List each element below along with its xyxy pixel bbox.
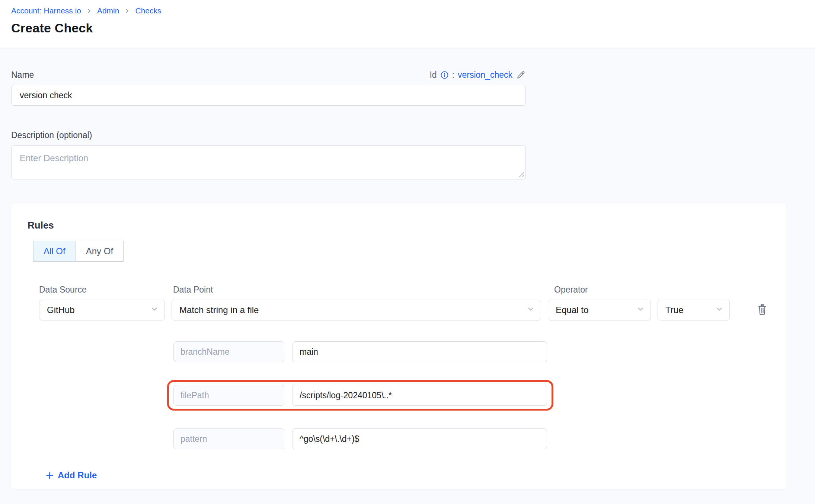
id-label: Id: [429, 70, 437, 80]
name-label: Name: [11, 70, 34, 80]
rules-title: Rules: [28, 220, 770, 231]
param-input-pattern[interactable]: [292, 428, 547, 449]
data-source-value: GitHub: [47, 305, 75, 315]
pencil-icon[interactable]: [516, 70, 526, 80]
rule-row: GitHub Match string in a file Equal to T…: [39, 300, 770, 320]
chevron-down-icon: [527, 305, 535, 315]
param-row-pattern: pattern: [173, 428, 770, 449]
param-key-pattern: pattern: [173, 428, 284, 449]
operator-value: Equal to: [556, 305, 588, 315]
description-field-wrap: [11, 145, 526, 179]
rule-column-labels: Data Source Data Point Operator: [39, 285, 770, 295]
toggle-any-of[interactable]: Any Of: [76, 241, 123, 261]
breadcrumb: Account: Harness.io Admin Checks: [11, 6, 804, 15]
data-source-label: Data Source: [39, 285, 166, 295]
description-textarea[interactable]: [11, 145, 526, 179]
info-icon[interactable]: [440, 71, 449, 79]
param-key-filepath: filePath: [173, 385, 284, 406]
operator-select[interactable]: Equal to: [548, 300, 651, 320]
id-value-link[interactable]: version_check: [458, 70, 512, 80]
data-point-value: Match string in a file: [179, 305, 259, 315]
chevron-right-icon: [124, 8, 130, 14]
data-source-select[interactable]: GitHub: [39, 300, 165, 320]
filepath-highlight-box: filePath: [167, 380, 553, 411]
data-point-label: Data Point: [173, 285, 547, 295]
rules-card: Rules All Of Any Of Data Source Data Poi…: [11, 203, 786, 489]
chevron-down-icon: [715, 305, 723, 315]
breadcrumb-link-checks[interactable]: Checks: [135, 6, 161, 15]
page-title: Create Check: [11, 21, 804, 35]
param-row-branchname: branchName: [173, 341, 770, 362]
breadcrumb-link-account[interactable]: Account: Harness.io: [11, 6, 81, 15]
operator-label: Operator: [554, 285, 658, 295]
param-key-branchname: branchName: [173, 341, 284, 362]
description-label: Description (optional): [11, 130, 526, 140]
param-input-branchname[interactable]: [292, 341, 547, 362]
id-separator: :: [452, 70, 454, 80]
add-rule-label: Add Rule: [58, 470, 97, 481]
breadcrumb-link-admin[interactable]: Admin: [97, 6, 119, 15]
operator-value-selected: True: [665, 305, 683, 315]
id-line: Id : version_check: [429, 70, 526, 80]
chevron-down-icon: [150, 305, 159, 315]
trash-icon: [756, 303, 768, 318]
operator-value-select[interactable]: True: [658, 300, 730, 320]
check-details-form: Name Id : version_check Description (opt…: [11, 70, 526, 179]
name-label-row: Name Id : version_check: [11, 70, 526, 80]
delete-rule-button[interactable]: [754, 302, 770, 319]
toggle-all-of[interactable]: All Of: [33, 241, 76, 261]
name-input[interactable]: [11, 85, 526, 106]
data-point-select[interactable]: Match string in a file: [172, 300, 541, 320]
chevron-down-icon: [636, 305, 645, 315]
page-header: Account: Harness.io Admin Checks Create …: [0, 0, 815, 48]
add-rule-button[interactable]: Add Rule: [45, 470, 97, 481]
create-check-page: Account: Harness.io Admin Checks Create …: [0, 0, 815, 504]
page-body: Name Id : version_check Description (opt…: [0, 70, 815, 489]
param-input-filepath[interactable]: [292, 385, 547, 406]
plus-icon: [45, 471, 54, 480]
rules-match-toggle: All Of Any Of: [33, 241, 124, 262]
chevron-right-icon: [86, 8, 92, 14]
